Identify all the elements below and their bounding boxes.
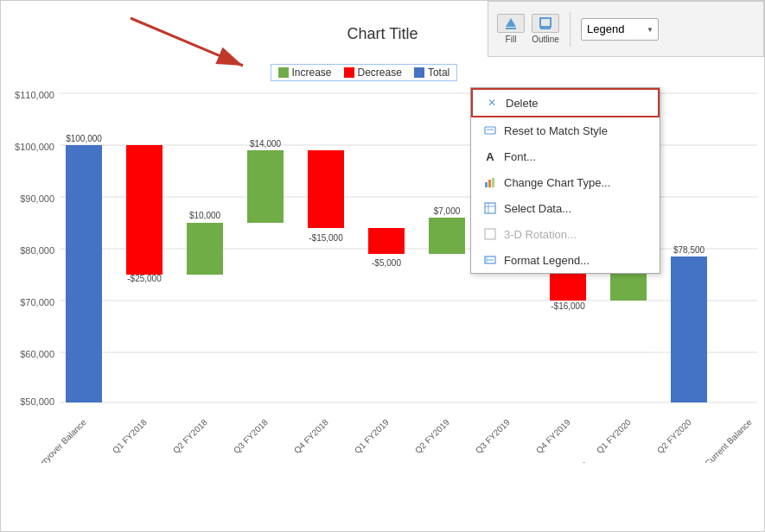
bar-q2fy2019	[429, 218, 465, 254]
context-menu: ✕ Delete Reset to Match Style A Font... …	[470, 87, 660, 274]
svg-text:$7,000: $7,000	[434, 206, 461, 216]
chart-legend: Increase Decrease Total	[271, 64, 458, 81]
outline-label: Outline	[532, 35, 559, 44]
svg-rect-0	[506, 28, 516, 29]
legend-item-increase: Increase	[278, 66, 332, 79]
bar-carryover	[66, 145, 102, 402]
delete-icon: ✕	[485, 96, 499, 110]
bar-q2fy2018	[187, 223, 223, 275]
svg-text:$100,000: $100,000	[15, 142, 54, 152]
svg-text:Q1 FY2020: Q1 FY2020	[552, 459, 590, 463]
toolbar: Fill Outline Legend	[488, 1, 764, 57]
bar-q4fy2018	[308, 150, 344, 228]
svg-text:Current Balance: Current Balance	[703, 417, 754, 463]
chart-container: Fill Outline Legend Chart Title	[0, 0, 765, 532]
font-icon: A	[483, 149, 497, 163]
menu-rotation: 3-D Rotation...	[471, 221, 660, 247]
toolbar-separator	[570, 12, 571, 47]
menu-rotation-label: 3-D Rotation...	[504, 228, 577, 241]
svg-text:Carryover Balance: Carryover Balance	[31, 417, 89, 463]
menu-delete[interactable]: ✕ Delete	[471, 88, 660, 117]
svg-text:$14,000: $14,000	[250, 139, 282, 149]
svg-rect-50	[485, 229, 495, 239]
svg-text:$90,000: $90,000	[20, 193, 54, 204]
menu-reset-style[interactable]: Reset to Match Style	[471, 117, 660, 143]
select-data-icon	[483, 201, 497, 215]
svg-text:Q3 FY2019: Q3 FY2019	[474, 417, 512, 455]
menu-select-data[interactable]: Select Data...	[471, 195, 660, 221]
svg-text:$50,000: $50,000	[20, 396, 54, 407]
bar-q3fy2018	[247, 150, 284, 223]
reset-style-icon	[483, 124, 497, 137]
svg-text:$110,000: $110,000	[15, 90, 54, 100]
svg-text:Q1 FY2019: Q1 FY2019	[353, 417, 391, 455]
bar-current-balance	[671, 256, 707, 402]
fill-label: Fill	[506, 35, 517, 44]
legend-item-decrease: Decrease	[344, 66, 402, 79]
rotation-icon	[483, 227, 497, 241]
svg-rect-1	[540, 18, 551, 27]
svg-rect-47	[485, 203, 495, 213]
legend-label-decrease: Decrease	[358, 66, 402, 79]
svg-text:Q4 FY2019: Q4 FY2019	[534, 417, 572, 455]
svg-text:-$16,000: -$16,000	[551, 301, 585, 311]
svg-text:$80,000: $80,000	[20, 245, 54, 256]
legend-label-increase: Increase	[292, 66, 332, 79]
menu-change-chart-type[interactable]: Change Chart Type...	[471, 169, 660, 195]
svg-rect-53	[485, 256, 488, 263]
svg-text:$10,000: $10,000	[189, 211, 221, 220]
legend-color-decrease	[344, 67, 354, 78]
menu-select-data-label: Select Data...	[504, 202, 571, 215]
svg-text:Q2 FY2018: Q2 FY2018	[171, 417, 209, 455]
svg-text:-$25,000: -$25,000	[127, 274, 162, 283]
legend-item-total: Total	[414, 66, 449, 79]
svg-text:Q2 FY2019: Q2 FY2019	[413, 417, 451, 455]
menu-change-chart-label: Change Chart Type...	[504, 176, 610, 189]
bar-q1fy2019	[368, 228, 405, 254]
bar-q1fy2018	[126, 145, 163, 275]
svg-rect-2	[540, 28, 551, 29]
svg-text:$78,500: $78,500	[673, 245, 705, 255]
svg-text:Q1 FY2018: Q1 FY2018	[111, 417, 149, 455]
legend-color-total	[414, 67, 424, 78]
svg-text:$70,000: $70,000	[20, 297, 54, 307]
menu-format-legend[interactable]: Format Legend...	[471, 247, 660, 273]
legend-color-increase	[278, 67, 289, 78]
svg-rect-45	[488, 180, 491, 187]
svg-text:Q1 FY2020: Q1 FY2020	[595, 417, 633, 455]
menu-format-legend-label: Format Legend...	[504, 254, 590, 267]
legend-dropdown[interactable]: Legend	[581, 18, 659, 41]
svg-text:$60,000: $60,000	[20, 349, 54, 359]
svg-text:Q4 FY2018: Q4 FY2018	[292, 417, 330, 455]
svg-text:-$5,000: -$5,000	[372, 258, 401, 268]
menu-reset-style-label: Reset to Match Style	[504, 124, 608, 137]
fill-group: Fill	[497, 14, 525, 44]
svg-line-4	[131, 18, 243, 66]
svg-text:Q3 FY2018: Q3 FY2018	[232, 417, 270, 455]
svg-rect-42	[485, 127, 495, 134]
chart-title: Chart Title	[347, 25, 418, 43]
outline-button[interactable]	[532, 14, 559, 33]
outline-group: Outline	[532, 14, 559, 44]
svg-rect-46	[492, 178, 494, 187]
menu-delete-label: Delete	[506, 97, 539, 110]
legend-dropdown-value: Legend	[587, 22, 624, 35]
svg-text:$100,000: $100,000	[66, 134, 102, 143]
menu-font-label: Font...	[504, 150, 536, 163]
format-legend-icon	[483, 253, 497, 267]
svg-text:Q2 FY2020: Q2 FY2020	[655, 417, 693, 455]
menu-font[interactable]: A Font...	[471, 143, 660, 169]
svg-rect-44	[485, 182, 488, 187]
legend-label-total: Total	[428, 66, 449, 79]
svg-text:-$15,000: -$15,000	[309, 233, 343, 243]
change-chart-icon	[483, 175, 497, 189]
fill-button[interactable]	[497, 14, 525, 33]
